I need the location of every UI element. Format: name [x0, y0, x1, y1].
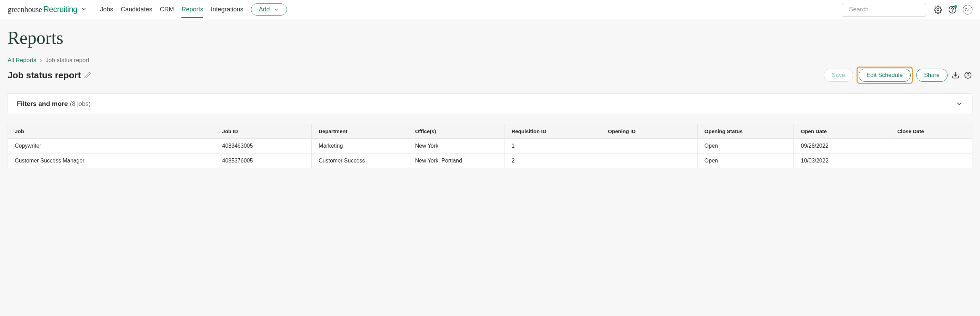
cell-department: Customer Success — [312, 153, 408, 168]
chevron-down-icon[interactable] — [81, 6, 87, 12]
col-opening-id[interactable]: Opening ID — [601, 124, 698, 139]
chevron-right-icon: › — [40, 57, 42, 64]
share-button[interactable]: Share — [916, 69, 948, 82]
table-row[interactable]: Customer Success Manager 4085376005 Cust… — [8, 153, 972, 168]
nav-integrations[interactable]: Integrations — [211, 1, 243, 18]
nav-jobs[interactable]: Jobs — [100, 1, 113, 18]
primary-nav: Jobs Candidates CRM Reports Integrations — [100, 1, 243, 18]
nav-candidates[interactable]: Candidates — [121, 1, 152, 18]
download-icon[interactable] — [951, 71, 960, 80]
col-opening-status[interactable]: Opening Status — [697, 124, 794, 139]
page-title: Reports — [8, 27, 972, 48]
edit-schedule-highlight: Edit Schedule — [857, 67, 913, 84]
notification-dot-icon — [954, 5, 957, 8]
cell-offices: New York, Portland — [408, 153, 504, 168]
help-circle-icon[interactable] — [963, 71, 972, 80]
filters-panel[interactable]: Filters and more (8 jobs) — [8, 94, 972, 114]
breadcrumb: All Reports › Job status report — [8, 57, 972, 64]
add-button[interactable]: Add — [251, 3, 287, 16]
add-button-label: Add — [259, 6, 270, 13]
col-open-date[interactable]: Open Date — [794, 124, 890, 139]
edit-schedule-button[interactable]: Edit Schedule — [859, 69, 911, 82]
brand-logo[interactable]: greenhouse Recruiting — [8, 5, 87, 14]
brand-word1: greenhouse — [8, 5, 42, 14]
filters-label: Filters and more — [17, 100, 68, 108]
nav-crm[interactable]: CRM — [160, 1, 174, 18]
table-row[interactable]: Copywriter 4083463005 Marketing New York… — [8, 139, 972, 153]
chevron-down-icon — [956, 100, 963, 108]
col-offices[interactable]: Office(s) — [408, 124, 504, 139]
avatar[interactable]: GH — [963, 5, 972, 14]
col-department[interactable]: Department — [312, 124, 408, 139]
brand-word2: Recruiting — [43, 5, 78, 14]
cell-opening-id — [601, 139, 698, 153]
cell-requisition-id: 1 — [504, 139, 601, 153]
cell-opening-id — [601, 153, 698, 168]
cell-open-date: 09/28/2022 — [794, 139, 890, 153]
filters-count: (8 jobs) — [70, 101, 91, 108]
report-title-text: Job status report — [8, 70, 81, 81]
cell-opening-status: Open — [697, 153, 794, 168]
col-requisition-id[interactable]: Requisition ID — [504, 124, 601, 139]
cell-department: Marketing — [312, 139, 408, 153]
gear-icon[interactable] — [934, 5, 942, 14]
cell-offices: New York — [408, 139, 504, 153]
cell-open-date: 10/03/2022 — [794, 153, 890, 168]
page-body: Reports All Reports › Job status report … — [0, 19, 980, 316]
breadcrumb-current: Job status report — [46, 57, 89, 64]
table-header-row: Job Job ID Department Office(s) Requisit… — [8, 124, 972, 139]
search-input[interactable] — [848, 5, 930, 13]
cell-close-date — [890, 139, 972, 153]
top-icons: GH — [934, 5, 972, 14]
cell-opening-status: Open — [697, 139, 794, 153]
top-nav: greenhouse Recruiting Jobs Candidates CR… — [0, 0, 980, 19]
pencil-icon[interactable] — [84, 72, 91, 79]
report-table: Job Job ID Department Office(s) Requisit… — [8, 124, 972, 168]
col-job[interactable]: Job — [8, 124, 215, 139]
report-title: Job status report — [8, 70, 91, 81]
cell-job: Copywriter — [8, 139, 215, 153]
nav-reports[interactable]: Reports — [181, 1, 203, 18]
save-button[interactable]: Save — [824, 69, 853, 82]
cell-jobid: 4085376005 — [215, 153, 312, 168]
cell-jobid: 4083463005 — [215, 139, 312, 153]
cell-close-date — [890, 153, 972, 168]
col-close-date[interactable]: Close Date — [890, 124, 972, 139]
breadcrumb-root[interactable]: All Reports — [8, 57, 36, 64]
svg-point-2 — [937, 9, 939, 11]
chevron-down-icon — [274, 7, 279, 13]
report-header: Job status report Save Edit Schedule Sha… — [8, 67, 972, 84]
report-actions: Save Edit Schedule Share — [824, 67, 972, 84]
cell-job: Customer Success Manager — [8, 153, 215, 168]
col-jobid[interactable]: Job ID — [215, 124, 312, 139]
help-icon[interactable] — [948, 5, 956, 14]
search-box[interactable] — [842, 3, 926, 16]
cell-requisition-id: 2 — [504, 153, 601, 168]
